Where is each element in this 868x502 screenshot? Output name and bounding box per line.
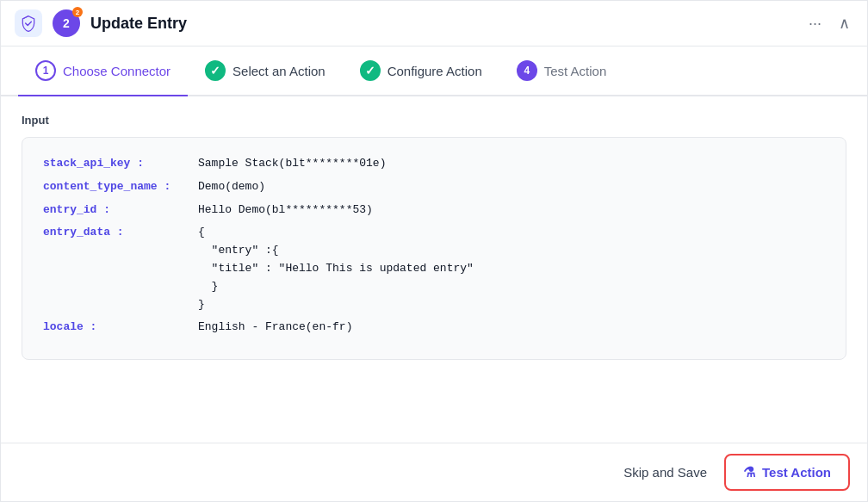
step-configure-action[interactable]: ✓ Configure Action <box>343 46 499 95</box>
val-locale: English - France(en-fr) <box>198 319 352 337</box>
skip-and-save-button[interactable]: Skip and Save <box>623 465 707 480</box>
steps-nav: 1 Choose Connector ✓ Select an Action ✓ … <box>1 46 867 96</box>
page-title: Update Entry <box>90 15 795 33</box>
test-action-label: Test Action <box>762 465 831 480</box>
key-stack-api-key: stack_api_key : <box>43 155 198 173</box>
val-stack-api-key: Sample Stack(blt********01e) <box>198 155 386 173</box>
input-row-stack-api-key: stack_api_key : Sample Stack(blt********… <box>43 155 825 173</box>
app-logo <box>15 9 42 37</box>
input-block: stack_api_key : Sample Stack(blt********… <box>22 137 846 360</box>
collapse-icon[interactable]: ∧ <box>835 10 853 36</box>
step-4-circle: 4 <box>517 60 537 81</box>
footer: Skip and Save ⚗ Test Action <box>1 443 867 501</box>
more-options-icon[interactable]: ··· <box>805 11 825 36</box>
val-content-type-name: Demo(demo) <box>198 178 265 196</box>
header-actions: ··· ∧ <box>805 10 853 36</box>
entry-data-line-1: { <box>198 224 474 242</box>
step-select-action[interactable]: ✓ Select an Action <box>188 46 343 95</box>
step-test-action[interactable]: 4 Test Action <box>499 46 624 95</box>
step-number-badge: 2 2 <box>53 9 80 37</box>
key-content-type-name: content_type_name : <box>43 178 198 196</box>
section-label: Input <box>22 114 846 127</box>
key-locale: locale : <box>43 319 198 337</box>
test-action-button[interactable]: ⚗ Test Action <box>724 454 850 491</box>
entry-data-line-4: } <box>198 278 474 296</box>
val-entry-data: { "entry" :{ "title" : "Hello This is up… <box>198 224 474 313</box>
input-row-content-type-name: content_type_name : Demo(demo) <box>43 178 825 196</box>
step-2-label: Select an Action <box>232 64 326 78</box>
key-entry-id: entry_id : <box>43 201 198 220</box>
step-3-circle: ✓ <box>360 60 381 81</box>
entry-data-line-5: } <box>198 296 474 314</box>
input-row-entry-data: entry_data : { "entry" :{ "title" : "Hel… <box>43 224 825 313</box>
step-1-circle: 1 <box>35 60 56 81</box>
step-1-label: Choose Connector <box>63 64 170 78</box>
step-2-circle: ✓ <box>205 60 226 81</box>
header: 2 2 Update Entry ··· ∧ <box>1 1 867 46</box>
notification-badge: 2 <box>72 7 83 17</box>
main-content: Input stack_api_key : Sample Stack(blt**… <box>1 96 867 443</box>
step-4-label: Test Action <box>544 64 607 78</box>
step-3-label: Configure Action <box>388 64 482 78</box>
entry-data-line-3: "title" : "Hello This is updated entry" <box>198 260 474 278</box>
key-entry-data: entry_data : <box>43 224 198 242</box>
val-entry-id: Hello Demo(bl**********53) <box>198 201 373 220</box>
entry-data-line-2: "entry" :{ <box>198 242 474 260</box>
input-row-locale: locale : English - France(en-fr) <box>43 319 825 337</box>
step-choose-connector[interactable]: 1 Choose Connector <box>18 46 188 96</box>
flask-icon: ⚗ <box>743 464 755 480</box>
app-container: 2 2 Update Entry ··· ∧ 1 Choose Connecto… <box>0 0 868 502</box>
input-row-entry-id: entry_id : Hello Demo(bl**********53) <box>43 201 825 220</box>
